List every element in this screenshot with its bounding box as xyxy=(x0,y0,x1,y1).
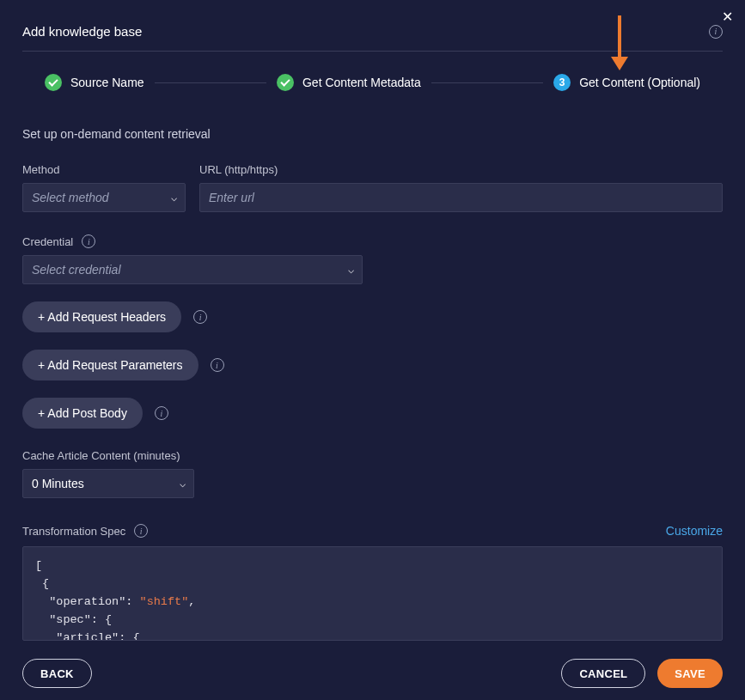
modal-title: Add knowledge base xyxy=(22,24,142,39)
info-icon[interactable]: i xyxy=(155,406,168,420)
step-divider xyxy=(155,82,266,83)
modal-footer: BACK CANCEL SAVE xyxy=(22,659,723,688)
customize-link[interactable]: Customize xyxy=(666,524,723,538)
transformation-spec-label: Transformation Spec xyxy=(22,525,125,538)
check-icon xyxy=(277,74,294,91)
info-icon[interactable]: i xyxy=(211,358,224,372)
section-description: Set up on-demand content retrieval xyxy=(22,91,723,141)
credential-label: Credential xyxy=(22,235,73,248)
url-label: URL (http/https) xyxy=(199,163,723,176)
step-get-content-metadata[interactable]: Get Content Metadata xyxy=(277,74,421,91)
cancel-button[interactable]: CANCEL xyxy=(561,659,645,688)
info-icon[interactable]: i xyxy=(193,310,207,324)
step-get-content-optional[interactable]: 3 Get Content (Optional) xyxy=(553,74,700,91)
info-icon[interactable]: i xyxy=(134,524,148,538)
back-button[interactable]: BACK xyxy=(22,659,92,688)
method-label: Method xyxy=(22,163,186,176)
step-number-badge: 3 xyxy=(553,74,571,91)
info-icon[interactable]: i xyxy=(709,25,723,39)
credential-select[interactable]: Select credential xyxy=(22,255,363,284)
check-icon xyxy=(45,74,62,91)
step-source-name[interactable]: Source Name xyxy=(45,74,144,91)
save-button[interactable]: SAVE xyxy=(657,659,723,688)
info-icon[interactable]: i xyxy=(82,234,95,248)
stepper: Source Name Get Content Metadata 3 Get C… xyxy=(22,52,723,91)
step-divider xyxy=(431,82,543,83)
cache-select[interactable]: 0 Minutes xyxy=(22,469,194,498)
method-select[interactable]: Select method xyxy=(22,183,186,212)
cache-label: Cache Article Content (minutes) xyxy=(22,449,194,462)
close-icon[interactable]: ✕ xyxy=(722,9,733,25)
add-request-parameters-button[interactable]: + Add Request Parameters xyxy=(22,350,198,380)
transformation-spec-code[interactable]: [ { "operation": "shift", "spec": { "art… xyxy=(22,546,723,641)
url-input[interactable] xyxy=(199,183,723,212)
add-post-body-button[interactable]: + Add Post Body xyxy=(22,398,143,429)
add-request-headers-button[interactable]: + Add Request Headers xyxy=(22,301,181,332)
add-knowledge-base-modal: ✕ Add knowledge base i Source Name Get C… xyxy=(0,0,745,700)
